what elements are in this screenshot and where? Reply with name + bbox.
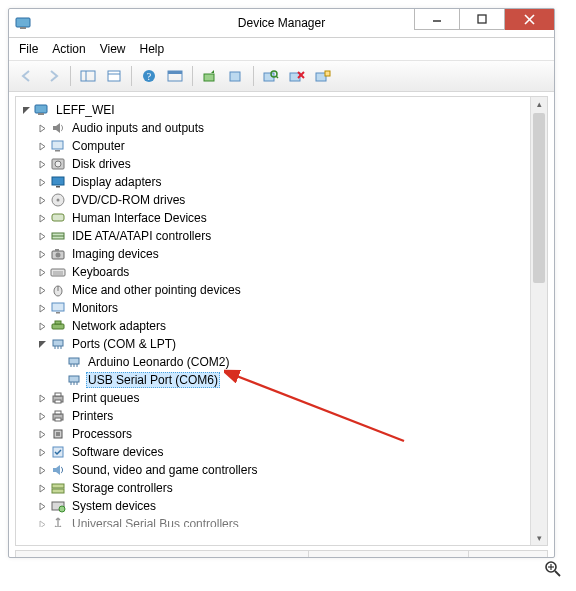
maximize-button[interactable] [460,9,505,30]
tree-category[interactable]: Software devices [36,443,530,461]
printer-icon [50,390,66,406]
expander-icon[interactable] [36,392,48,404]
expander-icon[interactable] [36,446,48,458]
camera-icon [50,246,66,262]
expander-icon[interactable] [36,284,48,296]
expander-icon[interactable] [36,194,48,206]
zoom-icon[interactable] [544,560,562,581]
tree-category[interactable]: Human Interface Devices [36,209,530,227]
monitor-icon [50,300,66,316]
svg-rect-70 [52,484,64,488]
tree-category[interactable]: Monitors [36,299,530,317]
menu-help[interactable]: Help [140,42,165,56]
expander-icon[interactable] [36,302,48,314]
tree-category[interactable]: Keyboards [36,263,530,281]
close-button[interactable] [505,9,554,30]
tree-category-label: Mice and other pointing devices [70,283,243,297]
tree-category[interactable]: Printers [36,407,530,425]
expander-icon[interactable] [20,104,32,116]
toolbar-separator [253,66,254,86]
device-tree[interactable]: LEFF_WEIAudio inputs and outputsComputer… [16,97,530,545]
tree-category-label: Display adapters [70,175,163,189]
keyboard-icon [50,264,66,280]
svg-rect-48 [55,321,61,324]
status-bar [15,550,548,558]
svg-rect-62 [55,393,61,396]
tree-category[interactable]: Network adapters [36,317,530,335]
tree-category[interactable]: DVD/CD-ROM drives [36,191,530,209]
expander-icon[interactable] [36,230,48,242]
svg-point-33 [57,199,60,202]
svg-rect-24 [35,105,47,113]
expander-icon[interactable] [36,518,48,527]
device-manager-window: Device Manager File Action View Help [8,8,555,558]
tree-category[interactable]: Universal Serial Bus controllers [36,515,530,527]
svg-point-73 [59,506,65,512]
expander-icon[interactable] [36,248,48,260]
vertical-scrollbar[interactable]: ▴ ▾ [530,97,547,545]
expander-icon[interactable] [36,428,48,440]
tree-category[interactable]: IDE ATA/ATAPI controllers [36,227,530,245]
expander-icon[interactable] [36,410,48,422]
tree-device[interactable]: USB Serial Port (COM6) [52,371,530,389]
expander-icon[interactable] [36,464,48,476]
expander-icon[interactable] [36,122,48,134]
tree-category[interactable]: Print queues [36,389,530,407]
menu-view[interactable]: View [100,42,126,56]
toolbar-separator [70,66,71,86]
expander-icon[interactable] [36,140,48,152]
disable-button[interactable] [285,64,309,88]
ide-icon [50,228,66,244]
scroll-up-arrow[interactable]: ▴ [531,97,547,111]
expander-icon[interactable] [36,338,48,350]
properties-button[interactable] [102,64,126,88]
expander-icon[interactable] [36,212,48,224]
tree-category[interactable]: Audio inputs and outputs [36,119,530,137]
console-tree-button[interactable] [76,64,100,88]
svg-rect-3 [478,15,486,23]
minimize-button[interactable] [414,9,460,30]
tree-category[interactable]: Mice and other pointing devices [36,281,530,299]
tree-root[interactable]: LEFF_WEI [20,101,530,119]
tree-category[interactable]: Computer [36,137,530,155]
tree-device[interactable]: Arduino Leonardo (COM2) [52,353,530,371]
expander-icon[interactable] [36,482,48,494]
tree-category[interactable]: Sound, video and game controllers [36,461,530,479]
tree-category[interactable]: Processors [36,425,530,443]
tree-category-label: System devices [70,499,158,513]
enable-button[interactable] [311,64,335,88]
forward-button[interactable] [41,64,65,88]
storage-icon [50,480,66,496]
menu-action[interactable]: Action [52,42,85,56]
help-button[interactable]: ? [137,64,161,88]
speaker-icon [50,120,66,136]
menu-file[interactable]: File [19,42,38,56]
tree-category[interactable]: Display adapters [36,173,530,191]
uninstall-button[interactable] [224,64,248,88]
expander-icon[interactable] [36,320,48,332]
tree-category[interactable]: Imaging devices [36,245,530,263]
expander-icon[interactable] [36,500,48,512]
expander-icon[interactable] [36,266,48,278]
scan-hardware-button[interactable] [259,64,283,88]
menubar: File Action View Help [9,38,554,61]
expander-icon[interactable] [36,176,48,188]
expander-icon[interactable] [36,158,48,170]
svg-line-18 [276,76,278,78]
system-icon [50,498,66,514]
tree-category-label: Network adapters [70,319,168,333]
back-button[interactable] [15,64,39,88]
svg-rect-26 [52,141,63,149]
scroll-thumb[interactable] [533,113,545,283]
tree-category[interactable]: System devices [36,497,530,515]
scroll-down-arrow[interactable]: ▾ [531,531,547,545]
refresh-button[interactable] [163,64,187,88]
tree-category-label: Audio inputs and outputs [70,121,206,135]
titlebar[interactable]: Device Manager [9,9,554,38]
tree-category[interactable]: Disk drives [36,155,530,173]
tree-category[interactable]: Storage controllers [36,479,530,497]
tree-category[interactable]: Ports (COM & LPT) [36,335,530,353]
tree-category-label: Storage controllers [70,481,175,495]
svg-rect-27 [55,150,60,152]
update-driver-button[interactable] [198,64,222,88]
